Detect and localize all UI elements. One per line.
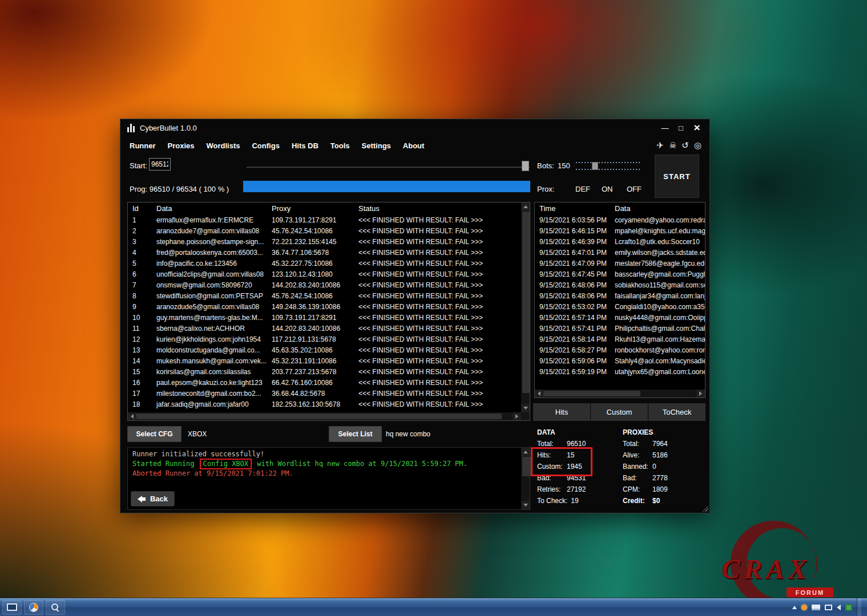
scroll-thumb[interactable]: [136, 414, 502, 419]
history-icon[interactable]: ↺: [681, 140, 689, 151]
table-row[interactable]: 3 stephane.poisson@estampe-sign... 72.22…: [128, 236, 521, 247]
results-horizontal-scrollbar[interactable]: [128, 412, 521, 420]
cell-data: sberna@calixo.net:ACHHOR: [156, 325, 272, 333]
cell-id: 6: [132, 270, 156, 278]
table-row[interactable]: 2 aranozdude7@gmail.com:villas08 45.76.2…: [128, 225, 521, 236]
cell-data: info@pacific.co.ke:123456: [156, 260, 272, 268]
menu-proxies[interactable]: Proxies: [168, 141, 195, 150]
scroll-left-button[interactable]: [535, 390, 543, 398]
tray-chevron-icon[interactable]: [792, 606, 797, 609]
maximize-button[interactable]: □: [673, 121, 689, 134]
hits-row[interactable]: 9/15/2021 6:46:39 PM Lcrafto1@utk.edu:So…: [535, 236, 705, 247]
hits-row[interactable]: 9/15/2021 6:58:27 PM ronbockhorst@yahoo.…: [535, 345, 705, 355]
scroll-left-button[interactable]: [128, 412, 136, 420]
minimize-button[interactable]: —: [657, 121, 673, 134]
log-scrollbar[interactable]: [521, 448, 530, 509]
table-row[interactable]: 1 ermaflux@ermaflux.fr:ERMCRE 109.73.191…: [128, 214, 521, 225]
hits-row[interactable]: 9/15/2021 6:46:15 PM mpahel@knights.ucf.…: [535, 225, 705, 236]
scroll-right-button[interactable]: [513, 412, 521, 420]
table-row[interactable]: 18 jafar.sadiq@gmail.com:jafar00 182.253…: [128, 399, 521, 410]
taskbar-search-icon[interactable]: [46, 600, 65, 615]
scroll-thumb[interactable]: [543, 391, 640, 396]
scroll-thumb[interactable]: [522, 212, 530, 393]
tab-tocheck[interactable]: ToCheck: [648, 403, 705, 421]
bots-slider-handle[interactable]: [592, 162, 598, 170]
cell-data: guy.martens@martens-glas.be:M...: [156, 314, 272, 322]
hits-row[interactable]: 9/15/2021 6:59:06 PM Stahly4@aol.com:Mac…: [535, 355, 705, 366]
hits-row[interactable]: 9/15/2021 6:47:09 PM meslater7586@eagle.…: [535, 258, 705, 269]
taskbar-window-icon[interactable]: [2, 600, 22, 615]
table-row[interactable]: 7 onsmsw@gmail.com:58096720 144.202.83.2…: [128, 279, 521, 290]
prox-option-off[interactable]: OFF: [627, 185, 642, 193]
menu-configs[interactable]: Configs: [252, 141, 279, 150]
select-list-button[interactable]: Select List: [329, 426, 382, 442]
tray-notification-icon[interactable]: [801, 605, 807, 610]
scroll-up-button[interactable]: [521, 448, 530, 456]
table-row[interactable]: 5 info@pacific.co.ke:123456 45.32.227.75…: [128, 258, 521, 269]
menu-runner[interactable]: Runner: [130, 141, 156, 150]
telegram-icon[interactable]: ✈: [656, 140, 664, 151]
results-vertical-scrollbar[interactable]: [521, 202, 530, 412]
menu-tools[interactable]: Tools: [330, 141, 350, 150]
start-input[interactable]: [149, 158, 171, 171]
cell-id: 12: [132, 335, 156, 343]
select-cfg-button[interactable]: Select CFG: [127, 426, 182, 442]
start-button[interactable]: START: [655, 155, 699, 198]
scroll-down-button[interactable]: [521, 404, 530, 412]
hits-row[interactable]: 9/15/2021 6:57:14 PM nusky4448@gmail.com…: [535, 312, 705, 323]
close-button[interactable]: ×: [689, 121, 705, 134]
table-row[interactable]: 8 stewdiffusion@gmail.com:PETSAP 45.76.2…: [128, 290, 521, 301]
skull-icon[interactable]: ☠: [669, 140, 676, 151]
main-slider-handle[interactable]: [522, 161, 529, 171]
bots-slider[interactable]: [576, 161, 641, 171]
scroll-right-button[interactable]: [696, 390, 705, 398]
menu-wordlists[interactable]: Wordlists: [206, 141, 240, 150]
menu-hits-db[interactable]: Hits DB: [292, 141, 318, 150]
hits-row[interactable]: 9/15/2021 6:48:06 PM faisallanjar34@gmai…: [535, 290, 705, 301]
tab-custom[interactable]: Custom: [591, 403, 648, 421]
target-icon[interactable]: ◎: [694, 140, 701, 151]
main-slider-track[interactable]: [246, 165, 530, 168]
hits-row[interactable]: 9/15/2021 6:48:06 PM sobiakhoso115@gmail…: [535, 279, 705, 290]
table-row[interactable]: 17 milestoneconltd@gmail.com:bo2... 36.6…: [128, 388, 521, 399]
table-row[interactable]: 10 guy.martens@martens-glas.be:M... 109.…: [128, 312, 521, 323]
table-row[interactable]: 4 fred@portalooskenya.com:65003... 36.74…: [128, 247, 521, 258]
tray-network-icon[interactable]: [825, 605, 832, 610]
table-row[interactable]: 16 paul.epsom@kakuzi.co.ke:light123 66.4…: [128, 377, 521, 388]
table-row[interactable]: 9 aranozdude5@gmail.com:villas08 149.248…: [128, 301, 521, 312]
table-row[interactable]: 6 unofficial2clips@gmail.com:villas08 12…: [128, 269, 521, 279]
cell-proxy: 182.253.162.130:5678: [272, 400, 358, 408]
hits-row[interactable]: 9/15/2021 6:03:56 PM coryamend@yahoo.com…: [535, 214, 705, 225]
show-desktop-button[interactable]: [857, 598, 861, 616]
scroll-down-button[interactable]: [521, 501, 530, 509]
tab-hits[interactable]: Hits: [533, 403, 590, 421]
hits-row[interactable]: 9/15/2021 6:47:45 PM basscarley@gmail.co…: [535, 269, 705, 279]
main-slider[interactable]: [246, 164, 530, 169]
table-row[interactable]: 12 kurien@jkkholdings.com:john1954 117.2…: [128, 334, 521, 345]
hits-row[interactable]: 9/15/2021 6:47:01 PM emily.wilson@jacks.…: [535, 247, 705, 258]
titlebar[interactable]: CyberBullet 1.0.0 — □ ×: [120, 119, 709, 136]
table-row[interactable]: 11 sberna@calixo.net:ACHHOR 144.202.83.2…: [128, 323, 521, 334]
table-row[interactable]: 14 mukesh.mansukh@gmail.com:vek... 45.32…: [128, 355, 521, 366]
prox-option-on[interactable]: ON: [602, 185, 613, 193]
menu-settings[interactable]: Settings: [362, 141, 391, 150]
menu-about[interactable]: About: [403, 141, 425, 150]
table-row[interactable]: 15 korirsilas@gmail.com:silassilas 203.7…: [128, 366, 521, 377]
scroll-up-button[interactable]: [521, 202, 530, 211]
tray-safely-remove-icon[interactable]: [845, 604, 852, 611]
tray-keyboard-icon[interactable]: [812, 605, 820, 610]
hits-row[interactable]: 9/15/2021 6:58:14 PM Rkuhl13@gmail.com:H…: [535, 334, 705, 345]
back-button[interactable]: Back: [131, 491, 175, 506]
table-row[interactable]: 13 moldconstructuganda@gmail.co... 45.63…: [128, 345, 521, 355]
hits-row[interactable]: 9/15/2021 6:53:02 PM Congialdi10@yahoo.c…: [535, 301, 705, 312]
hits-row[interactable]: 9/15/2021 6:57:41 PM Philipchaltis@gmail…: [535, 323, 705, 334]
hits-row[interactable]: 9/15/2021 6:59:19 PM utahjynx65@gmail.co…: [535, 366, 705, 377]
hits-horizontal-scrollbar[interactable]: [535, 390, 705, 398]
cell-id: 11: [132, 325, 156, 333]
scroll-thumb[interactable]: [522, 457, 531, 476]
prox-option-def[interactable]: DEF: [575, 185, 590, 193]
hits-table-body: 9/15/2021 6:03:56 PM coryamend@yahoo.com…: [535, 214, 705, 390]
taskbar-media-icon[interactable]: [24, 600, 43, 615]
tray-speaker-icon[interactable]: [837, 605, 841, 610]
stat-value: 27192: [567, 485, 586, 493]
